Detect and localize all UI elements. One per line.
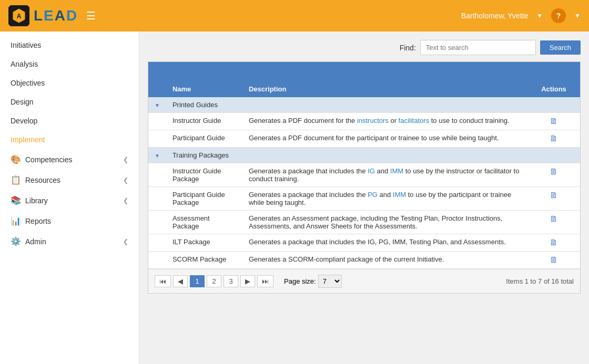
sidebar-item-initiatives[interactable]: Initiatives: [0, 36, 139, 55]
document-icon: 🗎: [534, 255, 574, 265]
sidebar-label-design: Design: [11, 98, 34, 106]
row-action-participant-guide[interactable]: 🗎: [527, 130, 580, 148]
competencies-group: 🎨 Competencies: [11, 154, 119, 164]
next-page-button[interactable]: ▶: [240, 275, 255, 287]
resources-group: 📋 Resources: [11, 175, 119, 185]
sidebar-label-develop: Develop: [11, 117, 37, 125]
competencies-chevron-icon: ❮: [123, 156, 128, 163]
sidebar-item-objectives[interactable]: Objectives: [0, 74, 139, 92]
col-name: Name: [166, 81, 242, 97]
search-button[interactable]: Search: [540, 40, 581, 55]
col-actions: Actions: [527, 81, 580, 97]
document-icon: 🗎: [534, 167, 574, 176]
row-name-assessment-package: Assessment Package: [166, 211, 242, 234]
library-group: 📚 Library: [11, 195, 119, 205]
row-action-ig-package[interactable]: 🗎: [527, 163, 580, 187]
library-chevron-icon: ❮: [123, 197, 128, 204]
pagination: ⏮ ◀ 1 2 3 ▶ ⏭ Page size: 7 10 25: [148, 269, 580, 293]
admin-group: ⚙️ Admin: [11, 236, 119, 246]
user-dropdown-icon[interactable]: ▼: [536, 12, 543, 19]
row-name-instructor-guide: Instructor Guide: [166, 113, 242, 130]
resources-chevron-icon: ❮: [123, 176, 128, 184]
admin-chevron-icon: ❮: [123, 238, 128, 245]
page-2-button[interactable]: 2: [207, 275, 221, 287]
sidebar-item-design[interactable]: Design: [0, 92, 139, 111]
sidebar-item-implement[interactable]: Implement: [0, 130, 139, 149]
row-action-instructor-guide[interactable]: 🗎: [527, 113, 580, 130]
group-toggle-training-packages[interactable]: ▼: [148, 148, 166, 163]
row-action-pg-package[interactable]: 🗎: [527, 187, 580, 211]
table-header-bar: [148, 62, 580, 81]
admin-icon: ⚙️: [11, 236, 21, 246]
document-icon: 🗎: [534, 191, 574, 200]
first-page-button[interactable]: ⏮: [155, 275, 171, 287]
search-input[interactable]: [420, 40, 536, 55]
help-dropdown-icon[interactable]: ▼: [574, 12, 581, 19]
reports-group: 📊 Reports: [11, 216, 128, 226]
row-action-scorm-package[interactable]: 🗎: [527, 252, 580, 269]
sidebar-label-admin: Admin: [25, 237, 46, 246]
row-name-ig-package: Instructor Guide Package: [166, 163, 242, 187]
items-info: Items 1 to 7 of 16 total: [506, 277, 574, 285]
row-name-participant-guide: Participant Guide: [166, 130, 242, 148]
prev-page-button[interactable]: ◀: [173, 275, 188, 287]
group-toggle-printed-guides[interactable]: ▼: [148, 97, 166, 113]
col-toggle: [148, 81, 166, 97]
sidebar-label-objectives: Objectives: [11, 79, 45, 87]
table-row: Participant Guide Package Generates a pa…: [148, 187, 580, 211]
page-3-button[interactable]: 3: [224, 275, 238, 287]
sidebar-item-competencies[interactable]: 🎨 Competencies ❮: [0, 149, 139, 170]
row-action-ilt-package[interactable]: 🗎: [527, 234, 580, 252]
sidebar-item-resources[interactable]: 📋 Resources ❮: [0, 170, 139, 190]
menu-toggle[interactable]: ☰: [86, 9, 96, 22]
row-desc-pg-package: Generates a package that includes the PG…: [242, 187, 527, 211]
col-description: Description: [242, 81, 527, 97]
main-content: Find: Search Name Description Actions: [139, 32, 589, 364]
table-row: Instructor Guide Generates a PDF documen…: [148, 113, 580, 130]
sidebar-label-library: Library: [25, 196, 48, 205]
user-name[interactable]: Bartholomew, Yvette: [461, 12, 528, 20]
document-icon: 🗎: [534, 117, 574, 126]
sidebar-label-initiatives: Initiatives: [11, 41, 41, 49]
page-1-button[interactable]: 1: [190, 275, 205, 287]
group-row-printed-guides: ▼ Printed Guides: [148, 97, 580, 113]
table-row: Instructor Guide Package Generates a pac…: [148, 163, 580, 187]
document-icon: 🗎: [534, 238, 574, 247]
document-icon: 🗎: [534, 134, 574, 143]
last-page-button[interactable]: ⏭: [257, 275, 273, 287]
group-row-training-packages: ▼ Training Packages: [148, 148, 580, 163]
table-header-row: Name Description Actions: [148, 81, 580, 97]
sidebar-item-develop[interactable]: Develop: [0, 111, 139, 130]
find-label: Find:: [400, 44, 416, 52]
logo: A LEAD: [8, 5, 78, 26]
help-button[interactable]: ?: [551, 8, 566, 23]
sidebar: Initiatives Analysis Objectives Design D…: [0, 32, 139, 364]
table-row: ILT Package Generates a package that inc…: [148, 234, 580, 252]
sidebar-item-library[interactable]: 📚 Library ❮: [0, 190, 139, 211]
sidebar-label-competencies: Competencies: [25, 155, 73, 164]
page-size: Page size: 7 10 25: [284, 275, 342, 288]
row-desc-ilt-package: Generates a package that includes the IG…: [242, 234, 527, 252]
header-right: Bartholomew, Yvette ▼ ? ▼: [461, 8, 581, 23]
table-row: Participant Guide Generates a PDF docume…: [148, 130, 580, 148]
resources-icon: 📋: [11, 175, 21, 185]
row-desc-assessment-package: Generates an Assessment package, includi…: [242, 211, 527, 234]
group-label-printed-guides: Printed Guides: [166, 97, 580, 113]
row-name-ilt-package: ILT Package: [166, 234, 242, 252]
row-desc-scorm-package: Generates a SCORM-compliant package of t…: [242, 252, 527, 269]
logo-text: LEAD: [34, 7, 78, 24]
page-size-select[interactable]: 7 10 25: [318, 275, 342, 288]
sidebar-item-reports[interactable]: 📊 Reports: [0, 211, 139, 231]
reports-icon: 📊: [11, 216, 21, 226]
group-label-training-packages: Training Packages: [166, 148, 580, 163]
page-size-label: Page size:: [284, 277, 316, 285]
sidebar-label-implement: Implement: [11, 136, 45, 144]
row-desc-ig-package: Generates a package that includes the IG…: [242, 163, 527, 187]
layout: Initiatives Analysis Objectives Design D…: [0, 32, 589, 364]
library-icon: 📚: [11, 195, 21, 205]
row-action-assessment-package[interactable]: 🗎: [527, 211, 580, 234]
search-bar: Find: Search: [148, 40, 581, 55]
sidebar-item-admin[interactable]: ⚙️ Admin ❮: [0, 231, 139, 252]
table-row: Assessment Package Generates an Assessme…: [148, 211, 580, 234]
sidebar-item-analysis[interactable]: Analysis: [0, 55, 139, 74]
